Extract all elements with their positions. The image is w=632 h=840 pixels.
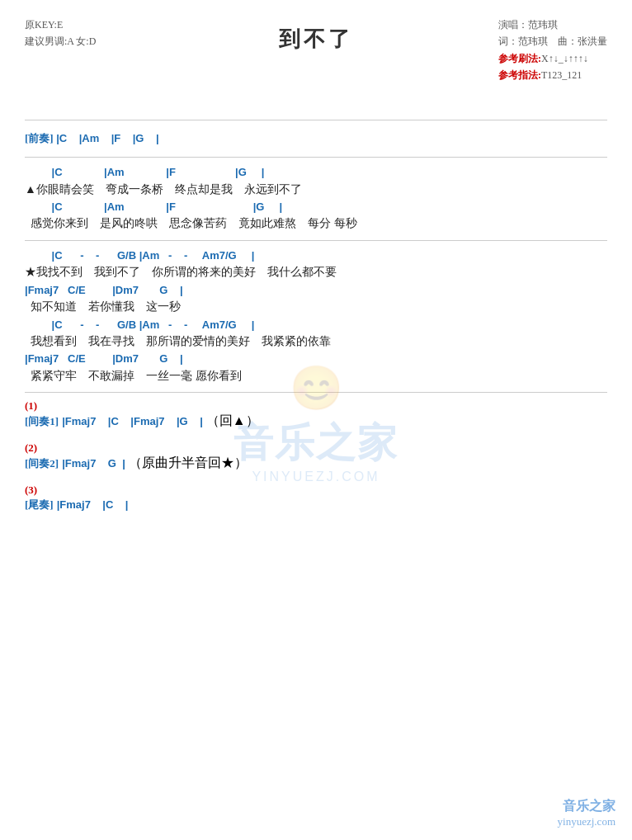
- footer-url: yinyuezj.com: [558, 815, 615, 828]
- section1-label: (1): [25, 399, 607, 413]
- suggest-key: 建议男调:A 女:D: [25, 33, 96, 50]
- meta-right: 演唱：范玮琪 词：范玮琪 曲：张洪量 参考刷法:X↑↓_↓↑↑↑↓ 参考指法:T…: [498, 17, 607, 84]
- composer-label: 曲：: [558, 35, 578, 47]
- section2: (2) [间奏2] |Fmaj7 G | （原曲升半音回★）: [25, 441, 607, 472]
- interlude1-label: [间奏1]: [25, 415, 59, 427]
- chorus-section: |C - - G/B |Am - - Am7/G | ★我找不到 我到不了 你所…: [25, 248, 607, 386]
- interlude1-line: [间奏1] |Fmaj7 |C |Fmaj7 |G | （回▲）: [25, 413, 607, 430]
- singer-line: 演唱：范玮琪: [498, 17, 607, 33]
- footer-logo: 音乐之家 yinyuezj.com: [558, 798, 615, 828]
- lyricist: 范玮琪: [518, 35, 548, 47]
- section3: (3) [尾奏] |Fmaj7 |C |: [25, 484, 607, 513]
- prelude-label: [前奏]: [25, 132, 54, 144]
- fingering-line: 参考指法:T123_121: [498, 67, 607, 83]
- interlude2-line: [间奏2] |Fmaj7 G | （原曲升半音回★）: [25, 455, 607, 472]
- interlude2-chords: |Fmaj7 G |: [62, 457, 125, 470]
- verse1-lyric1: ▲你眼睛会笑 弯成一条桥 终点却是我 永远到不了: [25, 181, 607, 199]
- interlude1-chords: |Fmaj7 |C |Fmaj7 |G |: [62, 415, 203, 427]
- footer-site: 音乐之家: [558, 798, 615, 815]
- verse1-section: |C |Am |F |G | ▲你眼睛会笑 弯成一条桥 终点却是我 永远到不了 …: [25, 164, 607, 234]
- singer-label: 演唱：: [498, 19, 528, 31]
- fingering-label: 参考指法:: [498, 69, 541, 81]
- fingering: T123_121: [541, 69, 582, 81]
- singer: 范玮琪: [528, 19, 558, 31]
- outro-label: [尾奏]: [25, 498, 54, 511]
- verse1-chord2: |C |Am |F |G |: [25, 199, 607, 215]
- chorus-lyric3: 我想看到 我在寻找 那所谓的爱情的美好 我紧紧的依靠: [25, 333, 607, 351]
- interlude1-note: （回▲）: [206, 413, 259, 427]
- chorus-lyric1: ★我找不到 我到不了 你所谓的将来的美好 我什么都不要: [25, 263, 607, 281]
- song-title: 到不了: [279, 27, 353, 51]
- chorus-lyric4: 紧紧守牢 不敢漏掉 一丝一毫 愿你看到: [25, 367, 607, 385]
- section1: (1) [间奏1] |Fmaj7 |C |Fmaj7 |G | （回▲）: [25, 399, 607, 430]
- strum-label: 参考刷法:: [498, 53, 541, 64]
- prelude-section: [前奏] |C |Am |F |G |: [25, 127, 607, 150]
- outro-line: [尾奏] |Fmaj7 |C |: [25, 497, 607, 513]
- interlude2-note: （原曲升半音回★）: [129, 455, 248, 470]
- verse1-lyric2: 感觉你来到 是风的咚哄 思念像苦药 竟如此难熬 每分 每秒: [25, 215, 607, 233]
- divider-3: [25, 392, 607, 393]
- strum: X↑↓_↓↑↑↑↓: [541, 53, 588, 64]
- section2-label: (2): [25, 441, 607, 455]
- section3-label: (3): [25, 484, 607, 497]
- meta-left: 原KEY:E 建议男调:A 女:D: [25, 17, 96, 50]
- interlude2-label: [间奏2]: [25, 457, 59, 470]
- chorus-chord3: |C - - G/B |Am - - Am7/G |: [25, 317, 607, 333]
- divider-1: [25, 157, 607, 158]
- divider-2: [25, 240, 607, 241]
- divider-top: [25, 120, 607, 120]
- chorus-chord1: |C - - G/B |Am - - Am7/G |: [25, 248, 607, 264]
- lyricist-composer-line: 词：范玮琪 曲：张洪量: [498, 33, 607, 50]
- chorus-chord4: |Fmaj7 C/E |Dm7 G |: [25, 351, 607, 367]
- chorus-chord2: |Fmaj7 C/E |Dm7 G |: [25, 282, 607, 299]
- key-info: 原KEY:E: [25, 17, 96, 33]
- outro-chords: |Fmaj7 |C |: [57, 498, 129, 511]
- strum-line: 参考刷法:X↑↓_↓↑↑↑↓: [498, 50, 607, 67]
- verse1-chord1: |C |Am |F |G |: [25, 164, 607, 181]
- prelude-chords: |C |Am |F |G |: [56, 132, 158, 144]
- page-container: 原KEY:E 建议男调:A 女:D 到不了 演唱：范玮琪 词：范玮琪 曲：张洪量…: [0, 0, 632, 840]
- chorus-lyric2: 知不知道 若你懂我 这一秒: [25, 298, 607, 316]
- composer: 张洪量: [578, 35, 607, 47]
- lyricist-label: 词：: [498, 35, 518, 47]
